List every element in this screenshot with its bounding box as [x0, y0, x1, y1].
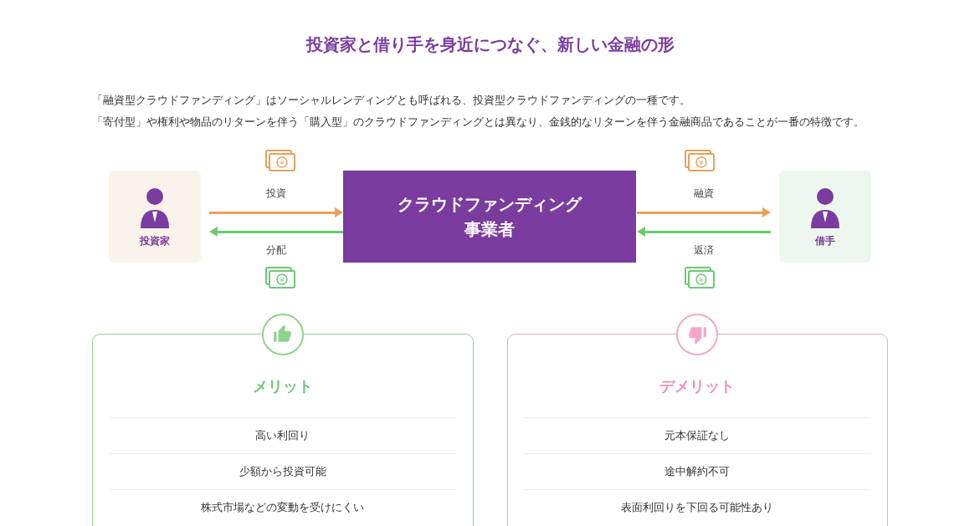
borrower-label: 借手: [815, 234, 835, 248]
svg-text:¥: ¥: [699, 159, 704, 166]
page-title: 投資家と借り手を身近につなぐ、新しい金融の形: [92, 33, 888, 56]
investor-person-icon: [134, 185, 176, 231]
arrow-invest: [209, 204, 343, 221]
demerit-item: 元本保証なし: [525, 417, 871, 453]
arrow-invest-group: 投資: [209, 183, 343, 221]
svg-text:¥: ¥: [280, 159, 285, 166]
center-entity-box: クラウドファンディング 事業者: [343, 171, 636, 263]
money-icon-orange-left: ¥: [264, 148, 297, 176]
money-icon-green-right: ¥: [683, 265, 716, 294]
borrower-box: 借手: [779, 171, 871, 263]
investor-box: 投資家: [109, 171, 201, 263]
demerit-box: デメリット 元本保証なし 途中解約不可 表面利回りを下回る可能性あり: [507, 334, 889, 526]
investor-label: 投資家: [140, 234, 170, 248]
money-icon-green-left: ¥: [264, 265, 297, 294]
center-line-2: 事業者: [464, 217, 515, 242]
description-line-2: 「寄付型」や権利や物品のリターンを伴う「購入型」のクラウドファンディングとは異な…: [92, 111, 888, 133]
merit-title: メリット: [110, 376, 456, 396]
arrow-distribute-group: 分配: [209, 223, 343, 261]
svg-text:¥: ¥: [280, 276, 285, 283]
demerit-title: デメリット: [525, 376, 871, 396]
thumbs-down-icon: [676, 314, 718, 355]
arrow-finance-group: 融資: [637, 183, 771, 221]
arrow-repay-group: 返済: [637, 223, 771, 261]
borrower-person-icon: [804, 185, 846, 231]
flow-diagram: 投資家 ¥ 投資 分配 ¥ クラウドファンディング 事業者 ¥ 融資: [109, 158, 871, 300]
arrow-invest-label: 投資: [209, 186, 343, 201]
svg-point-17: [817, 188, 834, 205]
demerit-item: 表面利回りを下回る可能性あり: [525, 489, 871, 525]
arrow-repay: [637, 223, 771, 240]
description: 「融資型クラウドファンディング」はソーシャルレンディングとも呼ばれる、投資型クラ…: [92, 89, 888, 133]
arrow-distribute: [209, 223, 343, 240]
description-line-1: 「融資型クラウドファンディング」はソーシャルレンディングとも呼ばれる、投資型クラ…: [92, 89, 888, 111]
arrow-distribute-label: 分配: [209, 243, 343, 258]
demerit-item: 途中解約不可: [525, 453, 871, 489]
merit-item: 少額から投資可能: [110, 453, 456, 489]
center-line-1: クラウドファンディング: [398, 192, 582, 217]
thumbs-up-icon: [262, 314, 304, 355]
merit-item: 株式市場などの変動を受けにくい: [110, 489, 456, 525]
money-icon-orange-right: ¥: [683, 148, 716, 176]
arrow-repay-label: 返済: [637, 243, 771, 258]
merit-item: 高い利回り: [110, 417, 456, 453]
arrow-finance: [637, 204, 771, 221]
svg-text:¥: ¥: [699, 276, 704, 283]
merit-box: メリット 高い利回り 少額から投資可能 株式市場などの変動を受けにくい: [92, 334, 474, 526]
svg-point-0: [146, 188, 163, 205]
arrow-finance-label: 融資: [637, 186, 771, 201]
